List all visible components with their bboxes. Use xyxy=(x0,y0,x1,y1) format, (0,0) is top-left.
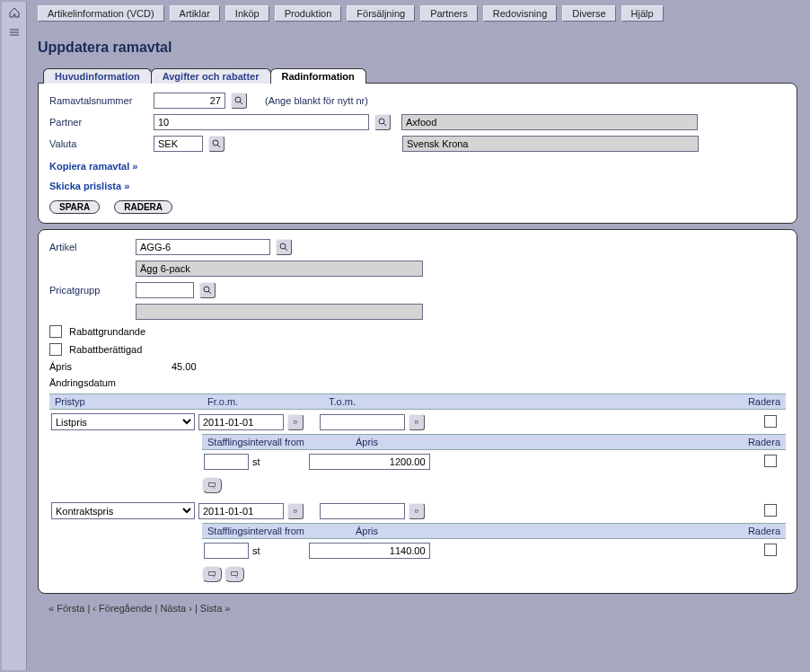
label-artikel: Artikel xyxy=(49,242,130,252)
th-radera-1: Radera xyxy=(476,524,786,538)
calendar-from-0[interactable] xyxy=(287,414,304,430)
nav-redovisning[interactable]: Redovisning xyxy=(483,5,558,22)
svg-rect-17 xyxy=(209,482,216,486)
input-valuta[interactable] xyxy=(154,136,203,152)
nav-artiklar[interactable]: Artiklar xyxy=(170,5,220,22)
input-tom-1[interactable] xyxy=(320,503,405,519)
artikel-name: Ägg 6-pack xyxy=(136,261,423,277)
menu-icon[interactable] xyxy=(7,25,22,40)
nav-forsaljning[interactable]: Försäljning xyxy=(347,5,415,22)
checkbox-rabattgrundande[interactable] xyxy=(49,325,62,338)
nav-inkop[interactable]: Inköp xyxy=(225,5,269,22)
svg-line-12 xyxy=(208,291,211,294)
input-apris-1[interactable] xyxy=(309,543,430,559)
th-apris-1: Ápris xyxy=(350,524,476,538)
svg-rect-15 xyxy=(415,420,418,423)
tab-huvudinformation[interactable]: Huvudinformation xyxy=(43,68,152,84)
add-staffling-0[interactable] xyxy=(202,477,222,493)
calendar-from-1[interactable] xyxy=(287,503,304,519)
price-row: Listpris xyxy=(49,410,786,434)
nav-diverse[interactable]: Diverse xyxy=(562,5,615,22)
checkbox-radera-row-1[interactable] xyxy=(764,504,777,517)
valuta-name: Svensk Krona xyxy=(402,136,699,152)
checkbox-rabattberattigad[interactable] xyxy=(49,343,62,356)
home-icon[interactable] xyxy=(7,5,22,20)
label-pricatgrupp: Pricatgrupp xyxy=(49,285,130,296)
lookup-artikel[interactable] xyxy=(276,239,292,255)
svg-line-6 xyxy=(383,123,386,126)
pager-last[interactable]: Sista » xyxy=(200,603,231,614)
lookup-ramavtalsnummer[interactable] xyxy=(231,93,247,109)
panel-radinfo: Artikel Ägg 6-pack Pricatgrupp xyxy=(38,229,797,594)
label-andringsdatum: Ändringsdatum xyxy=(49,377,166,388)
select-pristyp-1[interactable]: Kontraktspris xyxy=(51,502,195,519)
tabstrip: Huvudinformation Avgifter och rabatter R… xyxy=(43,68,797,84)
svg-rect-20 xyxy=(415,509,418,512)
staffling-row-0: st xyxy=(202,450,786,473)
hint-ramavtalsnummer: (Ange blankt för nytt nr) xyxy=(265,95,368,106)
label-rabattberattigad: Rabattberättigad xyxy=(69,344,142,355)
svg-line-10 xyxy=(285,248,287,251)
pager: « Första | ‹ Föregående | Nästa › | Sist… xyxy=(38,603,797,614)
input-tom-0[interactable] xyxy=(320,414,405,430)
th-interval-1: Stafflingsintervall from xyxy=(202,524,350,538)
pricatgrupp-name xyxy=(136,304,423,320)
th-interval-0: Stafflingsintervall from xyxy=(202,435,350,449)
label-partner: Partner xyxy=(49,117,148,128)
save-button[interactable]: SPARA xyxy=(49,200,100,214)
lookup-valuta[interactable] xyxy=(208,136,225,152)
unit-1: st xyxy=(252,545,260,556)
page-title: Uppdatera ramavtal xyxy=(38,40,797,56)
add-price-row[interactable] xyxy=(225,566,244,582)
svg-rect-13 xyxy=(294,420,296,423)
pager-next[interactable]: Nästa › xyxy=(160,603,191,614)
th-from: Fr.o.m. xyxy=(202,394,323,409)
checkbox-radera-row-0[interactable] xyxy=(764,415,777,428)
input-from-1[interactable] xyxy=(198,503,284,519)
tab-avgifter[interactable]: Avgifter och rabatter xyxy=(151,68,271,84)
svg-line-4 xyxy=(240,102,242,104)
input-interval-1[interactable] xyxy=(204,543,249,559)
label-rabattgrundande: Rabattgrundande xyxy=(69,326,145,337)
link-skicka-prislista[interactable]: Skicka prislista » xyxy=(49,181,786,191)
label-valuta: Valuta xyxy=(49,138,148,149)
th-tom: T.o.m. xyxy=(323,394,445,409)
calendar-tom-0[interactable] xyxy=(409,414,425,430)
svg-rect-22 xyxy=(209,571,216,575)
input-apris-0[interactable] xyxy=(309,454,430,470)
th-pristyp: Pristyp xyxy=(49,394,202,409)
svg-line-8 xyxy=(217,145,220,147)
checkbox-radera-staff-0[interactable] xyxy=(764,455,777,467)
input-interval-0[interactable] xyxy=(204,454,249,470)
pager-prev[interactable]: ‹ Föregående xyxy=(92,603,152,614)
lookup-partner[interactable] xyxy=(374,114,391,130)
label-ramavtalsnummer: Ramavtalsnummer xyxy=(49,95,148,106)
select-pristyp-0[interactable]: Listpris xyxy=(51,413,195,430)
value-apris: 45.00 xyxy=(172,361,197,372)
input-from-0[interactable] xyxy=(198,414,284,430)
input-artikel[interactable] xyxy=(136,239,270,255)
calendar-tom-1[interactable] xyxy=(409,503,425,519)
checkbox-radera-staff-1[interactable] xyxy=(764,544,777,556)
th-apris-0: Ápris xyxy=(350,435,476,449)
label-apris: Ápris xyxy=(49,361,166,372)
add-staffling-1[interactable] xyxy=(202,566,222,582)
nav-partners[interactable]: Partners xyxy=(420,5,478,22)
delete-button[interactable]: RADERA xyxy=(114,200,172,214)
th-radera: Radera xyxy=(445,394,786,409)
staffling-row-1: st xyxy=(202,539,786,562)
partner-name: Axfood xyxy=(401,114,698,130)
tab-radinformation[interactable]: Radinformation xyxy=(270,68,366,84)
unit-0: st xyxy=(252,456,260,467)
input-partner[interactable] xyxy=(154,114,369,130)
input-pricatgrupp[interactable] xyxy=(136,282,194,298)
top-nav: Artikelinformation (VCD) Artiklar Inköp … xyxy=(27,2,808,31)
pager-first[interactable]: « Första xyxy=(48,603,84,614)
nav-hjalp[interactable]: Hjälp xyxy=(621,5,664,22)
nav-artikelinformation[interactable]: Artikelinformation (VCD) xyxy=(38,5,164,22)
input-ramavtalsnummer[interactable] xyxy=(154,93,225,109)
link-kopiera-ramavtal[interactable]: Kopiera ramavtal » xyxy=(49,161,786,172)
lookup-pricatgrupp[interactable] xyxy=(199,282,216,298)
nav-produktion[interactable]: Produktion xyxy=(275,5,342,22)
panel-head: Ramavtalsnummer (Ange blankt för nytt nr… xyxy=(38,83,797,224)
